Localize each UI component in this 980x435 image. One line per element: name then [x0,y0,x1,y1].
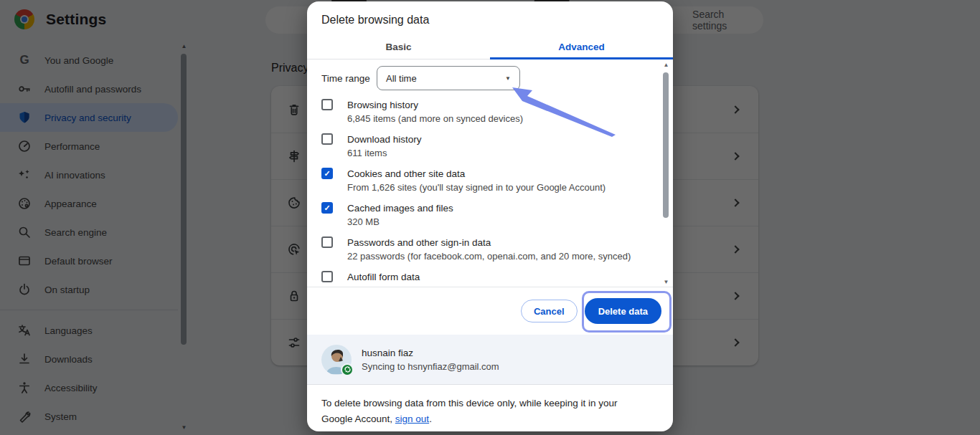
autofill-checkbox[interactable] [321,271,333,282]
item-browsing-history: Browsing history 6,845 items (and more o… [321,97,641,131]
scrollbar-thumb[interactable] [663,72,669,218]
footer-text: To delete browsing data from this device… [321,398,617,424]
tab-advanced[interactable]: Advanced [490,34,673,59]
cancel-button[interactable]: Cancel [521,300,578,322]
profile-name: husnain fiaz [362,348,499,358]
sync-badge-icon [341,363,354,376]
dialog-tabs: Basic Advanced [307,34,673,59]
tab-basic[interactable]: Basic [307,34,490,59]
dialog-scroll-area: Time range All time ▼ Browsing history 6… [307,59,673,287]
chrome-settings-screen: Settings Search settings G You and Googl… [0,0,980,435]
item-subtitle: 6,845 items (and more on synced devices) [347,112,523,126]
scroll-down-icon[interactable]: ▼ [661,279,671,285]
scroll-up-icon[interactable]: ▲ [661,62,671,68]
dialog-title: Delete browsing data [307,1,673,34]
browsing-history-checkbox[interactable] [321,99,333,110]
time-range-label: Time range [321,73,377,84]
footer-period: . [429,414,432,424]
profile-sync-status: Syncing to hsnynfiaz@gmail.com [362,361,499,372]
dropdown-caret-icon: ▼ [505,75,511,82]
item-cookies: Cookies and other site data From 1,626 s… [321,166,641,200]
item-title: Download history [347,133,422,146]
delete-browsing-data-dialog: Delete browsing data Basic Advanced Time… [307,1,673,431]
dialog-button-bar: Cancel Delete data [307,287,673,335]
time-range-select[interactable]: All time ▼ [377,66,520,90]
item-autofill: Autofill form data [321,269,641,287]
dialog-scrollbar[interactable]: ▲ ▼ [661,62,671,285]
item-title: Passwords and other sign-in data [347,236,631,249]
cookies-checkbox[interactable] [321,168,333,179]
item-passwords: Passwords and other sign-in data 22 pass… [321,234,641,269]
item-subtitle: 22 passwords (for facebook.com, openai.c… [347,249,631,264]
item-cached-images: Cached images and files 320 MB [321,200,641,234]
time-range-value: All time [386,73,417,84]
item-download-history: Download history 611 items [321,131,641,166]
delete-data-button[interactable]: Delete data [585,298,661,324]
download-history-checkbox[interactable] [321,133,333,145]
item-title: Browsing history [347,98,523,112]
item-title: Cached images and files [347,201,453,215]
item-subtitle: 611 items [347,146,422,161]
profile-strip: husnain fiaz Syncing to hsnynfiaz@gmail.… [307,335,673,385]
item-title: Autofill form data [347,270,420,284]
passwords-checkbox[interactable] [321,236,333,248]
item-subtitle: 320 MB [347,215,453,229]
dialog-footer-note: To delete browsing data from this device… [307,385,673,427]
item-subtitle: From 1,626 sites (you'll stay signed in … [347,181,606,195]
item-title: Cookies and other site data [347,167,606,181]
avatar [321,345,352,375]
time-range-row: Time range All time ▼ [321,59,641,97]
sign-out-link[interactable]: sign out [395,414,429,424]
cached-images-checkbox[interactable] [321,202,333,214]
